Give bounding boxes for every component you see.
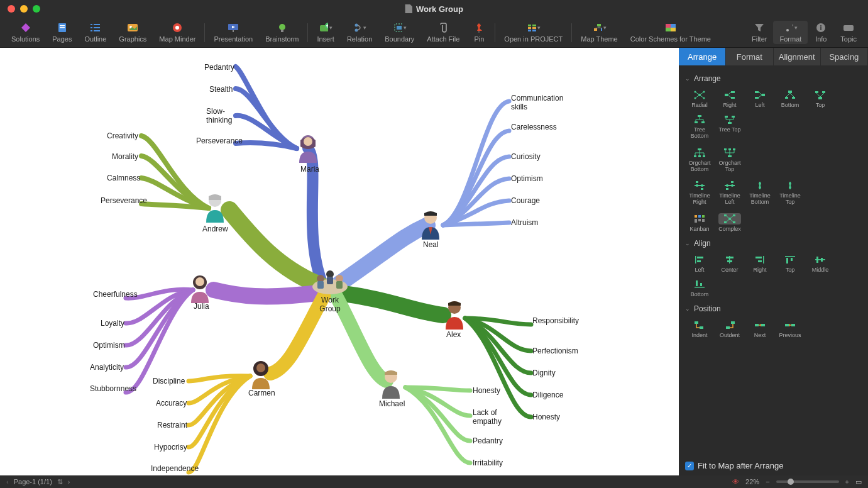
- align-center[interactable]: Center: [715, 253, 744, 275]
- position-indent[interactable]: Indent: [685, 318, 714, 340]
- arrange-tree-top[interactable]: Tree Top: [715, 113, 744, 141]
- zoom-level: 22%: [745, 478, 759, 485]
- svg-rect-136: [726, 326, 730, 329]
- minimize-window-button[interactable]: [20, 5, 28, 13]
- section-arrange-header[interactable]: ⌄Arrange: [685, 74, 862, 83]
- svg-rect-50: [327, 277, 333, 284]
- arrange-radial[interactable]: Radial: [685, 88, 714, 110]
- eye-icon[interactable]: 👁: [732, 478, 739, 485]
- svg-point-100: [759, 182, 761, 185]
- outline-button[interactable]: Outline: [78, 21, 113, 44]
- titlebar: Work Group: [0, 0, 868, 18]
- boundary-button[interactable]: ▾Boundary: [378, 21, 420, 44]
- close-window-button[interactable]: [8, 5, 15, 13]
- align-top[interactable]: Top: [776, 253, 805, 275]
- person-maria-icon[interactable]: [295, 133, 321, 164]
- arrange-complex[interactable]: Complex: [715, 212, 744, 234]
- person-neal-icon[interactable]: [418, 209, 443, 241]
- arrange-tree-bottom[interactable]: Tree Bottom: [685, 113, 714, 141]
- svg-rect-82: [725, 116, 728, 118]
- page-stepper[interactable]: ⇅: [57, 478, 63, 486]
- open-in-project-button[interactable]: ▾Open in PROJECT: [498, 21, 569, 44]
- svg-point-57: [195, 277, 204, 286]
- align-bottom[interactable]: Bottom: [685, 277, 714, 299]
- svg-rect-95: [701, 188, 703, 190]
- section-position-header[interactable]: ⌄Position: [685, 304, 862, 313]
- mindmap-canvas[interactable]: Work Group Maria Neal Andrew Alex Julia …: [0, 48, 679, 475]
- person-carmen-icon[interactable]: [248, 359, 273, 391]
- arrange-orgchart-top[interactable]: Orgchart Top: [715, 146, 744, 174]
- pin-button[interactable]: Pin: [466, 21, 492, 44]
- insert-button[interactable]: ▾Insert: [310, 21, 341, 44]
- arrange-orgchart-bottom[interactable]: Orgchart Bottom: [685, 146, 714, 174]
- format-button[interactable]: ▾Format: [773, 21, 808, 44]
- map-minder-button[interactable]: Map Minder: [153, 21, 202, 44]
- position-next[interactable]: Next: [745, 318, 774, 340]
- arrange-timeline-right[interactable]: Timeline Right: [685, 179, 714, 207]
- svg-rect-133: [695, 321, 698, 324]
- trait-label: Independence: [151, 465, 187, 474]
- maximize-window-button[interactable]: [33, 5, 40, 13]
- svg-rect-139: [785, 324, 789, 326]
- position-outdent[interactable]: Outdent: [715, 318, 744, 340]
- color-schemes-button[interactable]: Color Schemes for Theme: [624, 21, 717, 44]
- next-page-button[interactable]: ›: [68, 478, 70, 485]
- page-indicator[interactable]: Page-1 (1/1): [14, 478, 52, 485]
- svg-rect-116: [697, 257, 703, 258]
- arrange-bottom[interactable]: Bottom: [776, 88, 805, 110]
- attach-file-button[interactable]: Attach File: [420, 21, 466, 44]
- svg-rect-66: [725, 94, 728, 96]
- person-andrew-icon[interactable]: [202, 192, 228, 224]
- tab-spacing[interactable]: Spacing: [821, 48, 868, 65]
- toolbar-label: Brainstorm: [265, 35, 299, 43]
- align-left[interactable]: Left: [685, 253, 714, 275]
- prev-page-button[interactable]: ‹: [6, 478, 9, 485]
- position-previous[interactable]: Previous: [776, 318, 805, 340]
- graphics-button[interactable]: Graphics: [113, 21, 153, 44]
- person-alex-icon[interactable]: [442, 299, 467, 331]
- svg-rect-124: [785, 256, 795, 257]
- arrange-kanban[interactable]: Kanban: [685, 212, 714, 234]
- align-right[interactable]: Right: [745, 253, 774, 275]
- pages-button[interactable]: Pages: [46, 21, 78, 44]
- tab-arrange[interactable]: Arrange: [679, 48, 726, 65]
- map-theme-button[interactable]: ▾Map Theme: [574, 21, 624, 44]
- svg-point-21: [355, 24, 358, 27]
- svg-rect-121: [763, 256, 764, 263]
- arrange-right[interactable]: Right: [715, 88, 744, 110]
- section-align-header[interactable]: ⌄Align: [685, 239, 862, 248]
- tab-format[interactable]: Format: [726, 48, 773, 65]
- svg-rect-70: [755, 91, 759, 93]
- zoom-in-button[interactable]: +: [845, 478, 849, 485]
- topic-button[interactable]: Topic: [834, 21, 863, 44]
- tab-alignment[interactable]: Alignment: [774, 48, 821, 65]
- arrange-left[interactable]: Left: [745, 88, 774, 110]
- svg-rect-109: [702, 219, 705, 222]
- fit-screen-button[interactable]: ▭: [855, 478, 862, 486]
- arrange-top[interactable]: Top: [806, 88, 835, 110]
- svg-point-97: [731, 184, 733, 187]
- filter-button[interactable]: Filter: [745, 21, 773, 44]
- svg-rect-31: [532, 30, 536, 31]
- chevron-down-icon: ▾: [363, 25, 366, 31]
- svg-rect-91: [733, 148, 735, 150]
- solutions-button[interactable]: Solutions: [5, 21, 46, 44]
- center-node-icon[interactable]: [311, 265, 349, 296]
- align-middle[interactable]: Middle: [806, 253, 835, 275]
- arrange-timeline-left[interactable]: Timeline Left: [715, 179, 744, 207]
- presentation-button[interactable]: Presentation: [207, 21, 259, 44]
- svg-rect-137: [755, 324, 759, 326]
- position-grid: Indent Outdent Next Previous: [685, 318, 862, 340]
- person-julia-icon[interactable]: [187, 273, 212, 304]
- relation-button[interactable]: ▾Relation: [341, 21, 378, 44]
- brainstorm-button[interactable]: Brainstorm: [259, 21, 305, 44]
- zoom-slider[interactable]: [776, 480, 839, 483]
- arrange-timeline-bottom[interactable]: Timeline Bottom: [745, 179, 774, 207]
- arrange-timeline-top[interactable]: Timeline Top: [776, 179, 805, 207]
- info-button[interactable]: iInfo: [808, 21, 834, 44]
- person-michael-icon[interactable]: [378, 369, 404, 400]
- fit-to-map-checkbox-row[interactable]: ✓ Fit to Map after Arrange: [679, 456, 868, 475]
- zoom-out-button[interactable]: −: [766, 478, 769, 485]
- toolbar-label: Solutions: [11, 35, 40, 43]
- svg-rect-7: [94, 27, 100, 28]
